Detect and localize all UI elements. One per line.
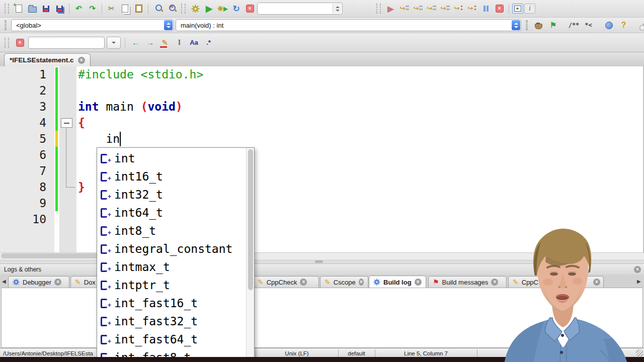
typedef-icon [101,335,107,344]
build-button[interactable] [189,3,202,15]
autocomplete-item[interactable]: int32_t [97,186,254,204]
minus-icon [64,123,69,124]
tab-label: Build log [383,279,412,286]
settings-button[interactable] [638,19,644,32]
step-into-button[interactable]: ↪ [425,3,438,15]
typedef-icon [101,317,107,326]
line-number: 4 [0,115,54,131]
undo-button[interactable]: ↶ [72,3,85,15]
replace-button[interactable] [165,3,178,15]
run-target-button[interactable]: ⚑ [547,19,559,32]
close-search-button[interactable]: × [14,36,26,49]
autocomplete-scrollbar[interactable] [246,148,254,362]
doxy-help-button[interactable]: ? [617,19,630,32]
search-next-button[interactable]: → [144,36,156,49]
doxy-line-comment-button[interactable]: *< [582,19,595,32]
copy-button[interactable] [119,3,131,15]
editor-tab-ifelsestatement[interactable]: *IFELSEstatement.c × [4,53,91,66]
stepper-icon[interactable] [512,20,520,30]
change-bar-saved [55,147,58,211]
autocomplete-item[interactable]: int16_t [97,167,254,186]
highlight-occurrences-button[interactable]: ✎ [158,36,171,49]
doxy-block-comment-button[interactable]: /** [568,19,580,32]
fold-toggle[interactable] [61,118,72,128]
match-case-button[interactable]: Aa [188,36,200,49]
break-debugger-button[interactable] [479,3,492,15]
line-number: 8 [0,179,54,195]
open-file-button[interactable] [26,3,39,15]
scrollbar-thumb[interactable] [248,149,253,290]
stepper-icon[interactable] [333,4,342,14]
panel-splitter[interactable] [315,260,323,263]
step-into-instruction-button[interactable]: ↪ [466,3,478,15]
stepper-icon[interactable] [164,20,173,30]
save-all-icon [56,6,63,12]
pause-icon [484,6,489,12]
toolbar-drag-handle[interactable] [526,20,528,30]
various-info-button[interactable]: i [524,4,535,14]
wrench-icon [640,21,644,29]
next-instruction-button[interactable]: ↪ [452,3,465,15]
build-target-combo[interactable] [257,3,343,15]
gear-icon [373,279,380,286]
close-tab-button[interactable]: × [359,279,364,286]
tab-cscope[interactable]: ✎ Cscope × [320,276,368,288]
tab-debugger[interactable]: Debugger × [8,276,69,288]
tab-build-log[interactable]: Build log × [369,276,426,288]
stop-debugger-button[interactable]: × [493,3,506,15]
regex-button[interactable]: .* [202,36,215,49]
autocomplete-item[interactable]: int_fast32_t [97,312,254,330]
run-button[interactable]: ▶ [203,3,215,15]
autocomplete-item[interactable]: intmax_t [97,258,254,276]
doxygen-icon [605,22,613,29]
toolbar-drag-handle[interactable] [5,38,9,48]
autocomplete-item[interactable]: int64_t [97,204,254,222]
rebuild-button[interactable]: ↻ [230,3,243,15]
next-line-button[interactable]: ↪ [412,3,424,15]
symbols-browser-button[interactable] [532,19,545,32]
fold-gutter [59,66,76,252]
autocomplete-popup[interactable]: int int16_t int32_t int64_t int8_t integ… [97,147,255,362]
autocomplete-item[interactable]: int [97,149,254,167]
debug-continue-button[interactable]: ▶ [384,3,397,15]
cut-button[interactable]: ✂ [105,3,118,15]
autocomplete-item[interactable]: int8_t [97,222,254,240]
abort-build-button[interactable]: × [244,3,256,15]
redo-button[interactable]: ↷ [86,3,99,15]
member-combo[interactable]: main(void) : int [176,19,521,31]
close-tab-button[interactable]: × [300,279,307,286]
autocomplete-item[interactable]: int_fast64_t [97,330,254,348]
toolbar-drag-handle[interactable] [181,4,186,14]
new-file-button[interactable] [13,3,25,15]
find-button[interactable] [151,3,164,15]
toolbar-drag-handle[interactable] [5,4,9,14]
scope-combo[interactable]: <global> [11,19,174,31]
close-tab-button[interactable]: × [78,57,85,64]
autocomplete-item[interactable]: int_fast16_t [97,294,254,312]
search-history-dropdown[interactable] [107,37,121,49]
autocomplete-item[interactable]: intptr_t [97,276,254,294]
change-bar-saved [55,67,58,131]
save-button[interactable] [40,3,52,15]
step-out-button[interactable]: ↪ [439,3,451,15]
debugging-windows-button[interactable] [512,4,523,14]
run-doxygen-button[interactable] [603,19,615,32]
close-tab-button[interactable]: × [415,279,422,286]
tab-cppcheck[interactable]: ✎ CppCheck × [253,276,319,288]
webcam-person [496,221,644,362]
toolbar-drag-handle[interactable] [5,20,7,30]
tab-build-messages[interactable]: ⚑ Build messages × [428,276,507,288]
separator [69,4,69,14]
toolbar-drag-handle[interactable] [376,4,381,14]
paste-button[interactable] [132,3,145,15]
build-and-run-button[interactable]: ▶ [216,3,229,15]
save-all-button[interactable] [53,3,66,15]
scope-value: <global> [16,22,41,29]
scroll-tabs-left-button[interactable]: ◀ [2,279,6,284]
run-to-cursor-button[interactable]: ↪ [398,3,411,15]
autocomplete-item[interactable]: integral_constant [97,240,254,258]
search-input[interactable] [28,37,105,49]
search-prev-button[interactable]: ← [129,36,142,49]
close-tab-button[interactable]: × [54,279,61,286]
selected-text-only-button[interactable]: I [173,36,186,49]
